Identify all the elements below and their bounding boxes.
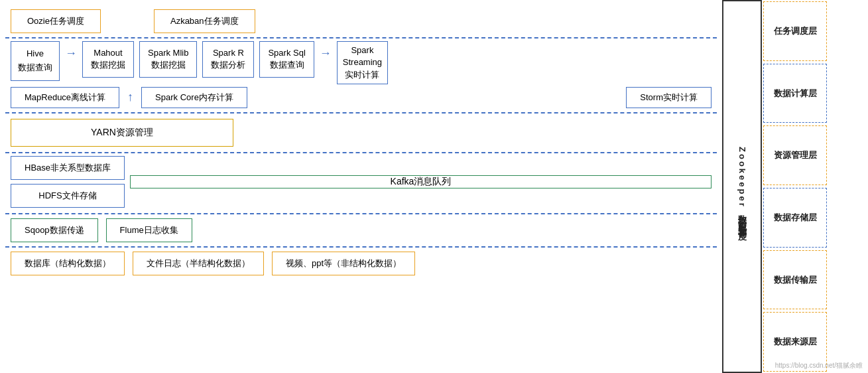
yarn-box: YARN资源管理 — [11, 119, 233, 147]
zookeeper-col: Zookeeper数据平台配置和调度 — [722, 0, 762, 373]
resource-row: YARN资源管理 — [5, 113, 717, 153]
transfer-row: Sqoop数据传递 Flume日志收集 — [5, 214, 717, 248]
task-row: Oozie任务调度 Azkaban任务调度 — [5, 5, 717, 38]
storm-box: Storm实时计算 — [626, 87, 712, 108]
compute-top: Hive 数据查询 → Mahout 数据挖掘 Spark Mlib 数据挖掘 … — [11, 41, 712, 84]
compute-section: Hive 数据查询 → Mahout 数据挖掘 Spark Mlib 数据挖掘 … — [5, 38, 717, 113]
kafka-box: Kafka消息队列 — [130, 175, 712, 188]
spark-core-box: Spark Core内存计算 — [141, 87, 247, 108]
log-source-box: 文件日志（半结构化数据） — [133, 252, 264, 275]
storage-section: HBase非关系型数据库 HDFS文件存储 Kafka消息队列 — [5, 153, 717, 214]
layer-labels: 任务调度层 数据计算层 资源管理层 数据存储层 数据传输层 数据来源层 — [762, 0, 828, 373]
azkaban-box: Azkaban任务调度 — [154, 9, 255, 33]
spark-streaming-box: Spark Streaming 实时计算 — [337, 41, 388, 84]
oozie-box: Oozie任务调度 — [11, 9, 101, 33]
video-source-box: 视频、ppt等（非结构化数据） — [272, 252, 415, 275]
hdfs-box: HDFS文件存储 — [11, 184, 125, 208]
spark-mlib-box: Spark Mlib 数据挖掘 — [139, 41, 197, 77]
compute-bottom: MapReduce离线计算 ↑ Spark Core内存计算 Storm实时计算 — [11, 87, 712, 108]
diagram-area: Oozie任务调度 Azkaban任务调度 Hive 数据查询 → Mahout… — [0, 0, 722, 373]
compute-layer-label: 数据计算层 — [763, 64, 827, 123]
hbase-box: HBase非关系型数据库 — [11, 156, 125, 180]
db-source-box: 数据库（结构化数据） — [11, 252, 125, 275]
spark-sql-box: Spark Sql 数据查询 — [259, 41, 314, 77]
task-layer-label: 任务调度层 — [763, 1, 827, 61]
mapreduce-box: MapReduce离线计算 — [11, 87, 119, 108]
spark-r-box: Spark R 数据分析 — [202, 41, 254, 77]
resource-layer-label: 资源管理层 — [763, 125, 827, 185]
mahout-box: Mahout 数据挖掘 — [82, 41, 134, 77]
storage-layer-label: 数据存储层 — [763, 188, 827, 248]
watermark: https://blog.csdn.net/猫腻余睢 — [775, 361, 863, 370]
transfer-layer-label: 数据传输层 — [763, 250, 827, 310]
flume-box: Flume日志收集 — [106, 218, 192, 242]
sqoop-box: Sqoop数据传递 — [11, 218, 98, 242]
hive-box: Hive 数据查询 — [11, 41, 60, 81]
right-panel: Zookeeper数据平台配置和调度 任务调度层 数据计算层 资源管理层 数据存… — [722, 0, 868, 373]
source-row: 数据库（结构化数据） 文件日志（半结构化数据） 视频、ppt等（非结构化数据） — [5, 248, 717, 279]
main-container: Oozie任务调度 Azkaban任务调度 Hive 数据查询 → Mahout… — [0, 0, 868, 373]
